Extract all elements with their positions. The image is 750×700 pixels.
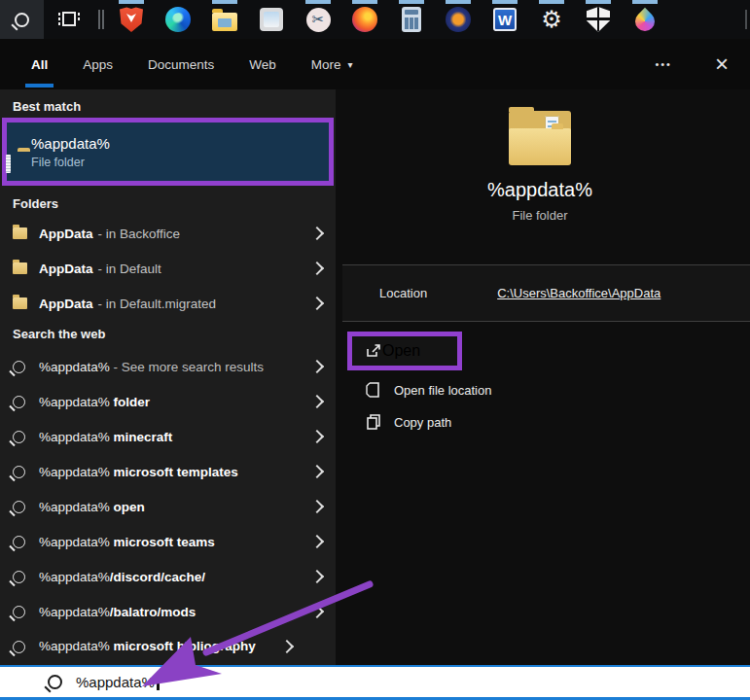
folder-context: - in Default (98, 262, 161, 276)
chevron-right-icon[interactable] (310, 297, 324, 310)
chevron-right-icon[interactable] (310, 500, 324, 513)
suggestion-query: %appdata% (39, 360, 110, 374)
suggestion-rest: /balatro/mods (110, 605, 196, 619)
open-file-location-icon (365, 381, 382, 399)
preview-subtitle: File folder (336, 208, 744, 223)
taskbar-photos-button[interactable] (248, 0, 295, 39)
tab-more[interactable]: More ▾ (294, 39, 371, 89)
suggestion-rest: minecraft (110, 430, 173, 444)
suggestion-query: %appdata% (39, 500, 110, 514)
running-indicator (492, 0, 518, 4)
open-file-location-action[interactable]: Open file location (336, 374, 750, 405)
suggestion-query: %appdata% (39, 395, 110, 409)
web-suggestion[interactable]: %appdata% minecraft (0, 419, 336, 454)
taskbar-file-explorer-button[interactable] (201, 0, 248, 39)
chevron-right-icon[interactable] (310, 360, 324, 373)
folder-context: - in Default.migrated (98, 297, 217, 311)
tab-label: Web (249, 57, 276, 72)
suggestion-query: %appdata% (39, 465, 110, 479)
chevron-right-icon[interactable] (310, 570, 324, 583)
chevron-right-icon[interactable] (310, 227, 324, 240)
search-icon (13, 466, 39, 478)
suggestion-rest: open (110, 500, 145, 514)
open-icon (365, 342, 382, 360)
folder-result[interactable]: AppData- in Default (0, 251, 336, 286)
taskbar-edge-button[interactable] (155, 0, 201, 39)
tab-all[interactable]: All (14, 39, 65, 89)
chevron-right-icon[interactable] (310, 395, 324, 408)
calculator-icon (402, 7, 421, 32)
suggestion-rest: - See more search results (110, 360, 264, 374)
web-suggestion[interactable]: %appdata% microsoft bibliography (0, 629, 336, 664)
suggestion-query: %appdata% (39, 605, 110, 619)
taskbar: ✂ W ⚙ (0, 0, 750, 39)
folder-result[interactable]: AppData- in Backoffice (0, 216, 336, 251)
preview-header: %appdata% File folder (336, 111, 744, 223)
folder-icon-large (509, 111, 571, 165)
location-link[interactable]: C:\Users\Backoffice\AppData (497, 286, 661, 300)
search-icon (13, 431, 39, 443)
web-suggestion[interactable]: %appdata% - See more search results (0, 349, 336, 384)
chevron-right-icon[interactable] (310, 465, 324, 478)
chevron-right-icon[interactable] (310, 535, 324, 548)
tab-documents[interactable]: Documents (130, 39, 232, 89)
search-icon (13, 396, 39, 408)
taskbar-media-app-button[interactable] (435, 0, 482, 39)
taskbar-word-button[interactable]: W (482, 0, 528, 39)
best-match-result[interactable]: %appdata% File folder (2, 118, 334, 186)
location-row: Location C:\Users\Backoffice\AppData (342, 264, 750, 322)
taskbar-firefox-button[interactable] (341, 0, 388, 39)
running-indicator (586, 0, 611, 4)
gear-icon: ⚙ (541, 8, 562, 31)
search-input-value[interactable]: %appdata% (76, 674, 155, 690)
suggestion-rest: microsoft teams (110, 535, 215, 549)
web-suggestions-list: %appdata% - See more search results %app… (0, 349, 336, 664)
media-app-icon (446, 7, 471, 32)
folder-result[interactable]: AppData- in Default.migrated (0, 286, 336, 321)
tab-web[interactable]: Web (232, 39, 294, 89)
suggestion-rest: folder (110, 395, 150, 409)
web-suggestion[interactable]: %appdata% folder (0, 384, 336, 419)
web-suggestion[interactable]: %appdata%/discord/cache/ (0, 559, 336, 594)
web-suggestion[interactable]: %appdata% open (0, 489, 336, 524)
overflow-menu-button[interactable]: ••• (633, 58, 694, 70)
actions-list: Open Open file location Copy path (336, 332, 750, 438)
taskbar-edge-separator (745, 10, 747, 29)
folder-name: AppData (39, 227, 93, 241)
shield-icon (587, 7, 610, 32)
taskbar-brave-button[interactable] (108, 0, 155, 39)
taskbar-paint3d-button[interactable] (622, 0, 668, 39)
web-suggestion[interactable]: %appdata% microsoft templates (0, 454, 336, 489)
task-view-button[interactable] (44, 0, 94, 39)
taskbar-search-button[interactable] (0, 0, 44, 39)
action-label: Open file location (394, 383, 491, 398)
folder-context: - in Backoffice (98, 227, 181, 241)
running-indicator (212, 0, 237, 4)
suggestion-query: %appdata% (39, 639, 110, 653)
taskbar-search-box[interactable]: %appdata% (0, 665, 750, 700)
tab-label: Apps (83, 57, 113, 72)
action-label: Copy path (394, 415, 451, 430)
chevron-right-icon[interactable] (280, 640, 294, 653)
taskbar-settings-button[interactable]: ⚙ (528, 0, 575, 39)
search-icon (13, 606, 39, 618)
open-action[interactable]: Open (347, 332, 462, 370)
copy-icon (365, 413, 382, 431)
copy-path-action[interactable]: Copy path (336, 406, 750, 438)
search-results-area: Best match %appdata% File folder Folders… (0, 89, 750, 665)
tab-apps[interactable]: Apps (65, 39, 130, 89)
web-suggestion[interactable]: %appdata% microsoft teams (0, 524, 336, 559)
chevron-right-icon[interactable] (310, 430, 324, 443)
close-button[interactable]: × (694, 52, 750, 76)
tab-label: All (31, 57, 48, 72)
taskbar-snipping-tool-button[interactable]: ✂ (295, 0, 341, 39)
search-icon (15, 13, 29, 27)
chevron-right-icon[interactable] (310, 605, 324, 618)
folder-icon (13, 298, 39, 309)
action-label: Open (382, 342, 420, 360)
chevron-right-icon[interactable] (310, 262, 324, 275)
taskbar-calculator-button[interactable] (388, 0, 435, 39)
taskbar-windows-security-button[interactable] (575, 0, 622, 39)
web-suggestion[interactable]: %appdata%/balatro/mods (0, 594, 336, 629)
folder-icon (13, 228, 39, 239)
